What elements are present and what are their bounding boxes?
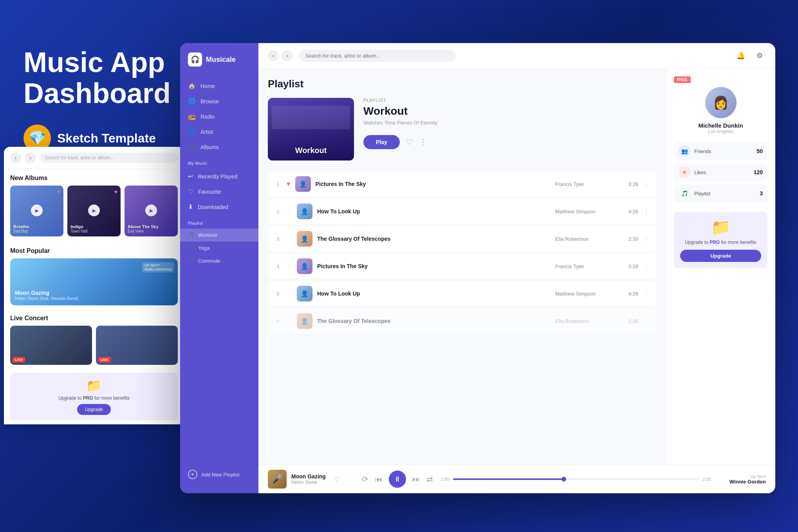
track-name-6: The Glossary Of Telescopes — [317, 318, 551, 324]
back-button[interactable]: ‹ — [268, 50, 279, 61]
browse-icon: 🌐 — [188, 97, 196, 105]
like-btn-3[interactable]: ♡ — [287, 235, 292, 243]
album-card-indigo[interactable]: ♥ ▶ Indigo Town Hall — [67, 186, 121, 236]
sidebar-playlist-workout[interactable]: 🎵 Workout — [180, 229, 258, 242]
avatar: 👩 — [705, 87, 737, 118]
progress-bar[interactable] — [453, 478, 699, 480]
search-input[interactable] — [299, 50, 456, 62]
playlist-yoga-label: Yoga — [198, 245, 209, 251]
likes-value: 120 — [754, 169, 763, 175]
playlist-name: Workout — [363, 105, 656, 117]
progress-thumb — [561, 477, 566, 482]
playlist-commute-icon: 🎵 — [188, 258, 194, 264]
up-next-badge: UP NEXT Radio Astronomy — [142, 262, 174, 272]
play-btn-indigo[interactable]: ▶ — [88, 205, 100, 216]
playlist-actions: Play ♡ ⋮ — [363, 135, 656, 149]
time-total: 2:50 — [703, 477, 711, 482]
album-card-above[interactable]: ▶ Above The Sky Exit View — [125, 186, 178, 236]
sidebar-item-recently-played[interactable]: ↩ Recently Played — [180, 169, 258, 184]
track-artist-1: Francis Tyler — [555, 181, 618, 187]
next-btn[interactable]: ⏭ — [412, 475, 420, 484]
heart-icon-indigo[interactable]: ♥ — [114, 189, 117, 195]
play-btn-breathe[interactable]: ▶ — [31, 205, 43, 216]
forward-button[interactable]: › — [282, 50, 293, 61]
sidebar-item-browse[interactable]: 🌐 Browse — [180, 94, 258, 109]
nav-arrows: ‹ › — [268, 50, 293, 61]
album-sub-indigo: Town Hall — [70, 229, 87, 233]
track-number-1: 1 — [274, 181, 282, 187]
track-more-1[interactable]: ⋮ — [643, 180, 650, 188]
track-number-5: 5 — [274, 291, 282, 297]
up-next-name: Winnie Gordon — [719, 479, 766, 485]
sidebar-item-home[interactable]: 🏠 Home — [180, 78, 258, 94]
player-track-name: Moon Gazing — [291, 473, 326, 480]
like-btn-4[interactable]: ♡ — [287, 263, 292, 270]
cover-bg: Workout — [268, 98, 354, 161]
table-row: 6 ♡ 👤 The Glossary Of Telescopes Ella Ro… — [268, 308, 656, 334]
branding-section: Music App Dashboard 💎 Sketch Template — [23, 47, 171, 152]
track-more-4[interactable]: ⋮ — [643, 262, 650, 271]
track-name-1: Pictures In The Sky — [316, 181, 551, 187]
track-artist-3: Ella Robertson — [555, 236, 618, 242]
progress-fill — [453, 478, 563, 480]
track-duration-5: 4:26 — [623, 291, 638, 297]
player-thumbnail: 🎤 — [268, 470, 287, 489]
track-more-5[interactable]: ⋮ — [643, 289, 650, 298]
prev-btn[interactable]: ⏮ — [375, 475, 383, 484]
settings-icon[interactable]: ⚙ — [753, 49, 766, 62]
sidebar-item-favourite[interactable]: ♡ Favourite — [180, 184, 258, 199]
more-icon[interactable]: ⋮ — [419, 137, 427, 147]
bg-upgrade-button[interactable]: Upgrade — [77, 404, 111, 415]
add-playlist-btn[interactable]: + Add New Playlist — [180, 465, 258, 484]
favourite-icon: ♡ — [188, 188, 193, 195]
table-row: 3 ♡ 👤 The Glossary Of Telescopes Ella Ro… — [268, 226, 656, 251]
time-current: 1:50 — [441, 477, 449, 482]
bg-forward-btn[interactable]: › — [25, 152, 36, 163]
live-card-2[interactable]: LIVE — [96, 326, 178, 365]
background-panel: Music App Dashboard 💎 Sketch Template ‹ … — [0, 0, 180, 532]
player-controls: ⟳ ⏮ ⏸ ⏭ ⇄ — [362, 471, 433, 488]
sidebar: 🎧 Musicale 🏠 Home 🌐 Browse 📻 Radio 👤 Art… — [180, 43, 258, 493]
sidebar-item-albums[interactable]: 🎵 Albums — [180, 139, 258, 155]
repeat-btn[interactable]: ⇄ — [426, 474, 433, 484]
notification-icon[interactable]: 🔔 — [735, 49, 747, 62]
likes-label: Likes — [694, 170, 750, 175]
like-btn-5[interactable]: ♡ — [287, 290, 292, 298]
upgrade-button[interactable]: Upgrade — [680, 250, 761, 262]
playlist-stat-value: 3 — [760, 190, 763, 197]
live-badge-1: LIVE — [13, 357, 25, 362]
like-icon[interactable]: ♡ — [406, 137, 413, 147]
downloaded-label: Downloaded — [198, 204, 228, 210]
right-panel: FREE 👩 Michelle Dunkin Los Angeles 👥 Fri… — [666, 69, 775, 465]
like-btn-6[interactable]: ♡ — [287, 317, 292, 325]
play-btn-above[interactable]: ▶ — [145, 205, 157, 216]
live-card-1[interactable]: LIVE — [10, 326, 92, 365]
track-more-3[interactable]: ⋮ — [643, 234, 650, 243]
play-pause-btn[interactable]: ⏸ — [389, 471, 406, 488]
sidebar-playlist-commute[interactable]: 🎵 Commute — [180, 254, 258, 267]
track-more-6[interactable]: ⋮ — [643, 317, 650, 325]
track-name-2: How To Look Up — [317, 208, 551, 215]
player-like-icon[interactable]: ♡ — [334, 476, 339, 483]
track-avatar-6: 👤 — [297, 313, 312, 329]
bg-back-btn[interactable]: ‹ — [10, 152, 21, 163]
playlist-tag: Playlist — [363, 98, 656, 103]
track-more-2[interactable]: ⋮ — [643, 207, 650, 216]
like-btn-1[interactable]: ♥ — [287, 180, 291, 188]
bg-search-bar[interactable]: Search for track, artist or album... — [40, 153, 178, 163]
live-title: Live Concert — [10, 315, 178, 322]
logo-text: Musicale — [206, 56, 236, 64]
track-name-4: Pictures In The Sky — [317, 263, 551, 269]
like-btn-2[interactable]: ♡ — [287, 208, 292, 215]
play-button[interactable]: Play — [363, 135, 400, 149]
album-card-breathe[interactable]: ♥ ▶ Breathe Sad Boy — [10, 186, 63, 236]
sidebar-item-downloaded[interactable]: ⬇ Downloaded — [180, 199, 258, 215]
progress-area: 1:50 2:50 — [441, 477, 711, 482]
popular-card[interactable]: Moon Gazing Helen Stone (feat. Nevada Ba… — [10, 258, 178, 305]
sidebar-item-artist[interactable]: 👤 Artist — [180, 124, 258, 139]
sidebar-playlist-yoga[interactable]: 🎵 Yoga — [180, 242, 258, 254]
shuffle-btn[interactable]: ⟳ — [362, 474, 368, 484]
album-name-breathe: Breathe — [13, 224, 29, 229]
heart-icon[interactable]: ♥ — [57, 189, 60, 195]
sidebar-item-radio[interactable]: 📻 Radio — [180, 109, 258, 124]
